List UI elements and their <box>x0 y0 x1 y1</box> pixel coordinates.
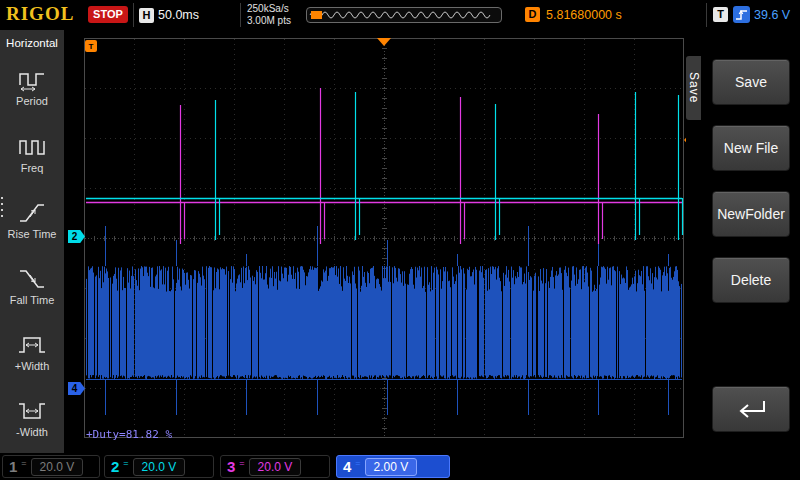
channel-number: 1 <box>9 458 17 475</box>
separator <box>240 3 241 27</box>
menu-item-label: +Width <box>15 360 50 372</box>
return-arrow-icon <box>729 396 773 422</box>
menu-item-label: -Width <box>16 426 48 438</box>
channel-scale: 20.0 V <box>249 458 302 476</box>
menu-item-minus-width[interactable]: -Width <box>0 387 64 449</box>
measure-menu-title: Horizontal <box>0 30 64 49</box>
channel-status-bar: 1 = 20.0 V 2 = 20.0 V 3 = 20.0 V 4 = 2.0… <box>0 453 800 480</box>
freq-icon <box>17 135 47 159</box>
measure-menu: Horizontal Period Freq Rise Time Fall Ti… <box>0 30 64 453</box>
trigger-key[interactable]: T <box>713 7 728 22</box>
delay-key: D <box>525 7 540 22</box>
channel-scale: 20.0 V <box>31 458 84 476</box>
delay-value: 5.81680000 s <box>546 8 622 22</box>
plus-width-icon <box>17 333 47 357</box>
menu-item-label: Freq <box>21 162 44 174</box>
channel-4-status[interactable]: 4 = 2.00 V <box>336 455 450 478</box>
trigger-position-triangle[interactable] <box>377 38 391 46</box>
trigger-slope-icon <box>733 6 750 23</box>
trigger-position-marker[interactable] <box>311 11 322 19</box>
back-button[interactable] <box>712 386 790 432</box>
period-icon <box>17 68 47 92</box>
memory-waveform-icon <box>308 8 500 22</box>
menu-item-label: Period <box>16 95 48 107</box>
memory-position-bar[interactable] <box>306 7 502 23</box>
duty-measurement: +Duty=81.82 % <box>86 428 172 441</box>
coupling-icon: = <box>123 458 128 468</box>
new-file-button[interactable]: New File <box>712 125 790 171</box>
fall-time-icon <box>17 267 47 291</box>
trigger-level-value: 39.6 V <box>754 8 790 22</box>
channel-scale: 20.0 V <box>133 458 186 476</box>
new-folder-button[interactable]: NewFolder <box>712 191 790 237</box>
menu-item-label: Rise Time <box>8 228 57 240</box>
coupling-icon: = <box>239 458 244 468</box>
acquisition-info: 250kSa/s 3.00M pts <box>247 3 291 27</box>
menu-item-freq[interactable]: Freq <box>0 123 64 185</box>
separator <box>706 3 707 27</box>
channel-number: 2 <box>111 458 119 475</box>
timebase-value: 50.0ms <box>158 8 199 22</box>
channel-number: 4 <box>343 458 351 475</box>
horizontal-key[interactable]: H <box>139 8 154 23</box>
separator <box>133 3 134 27</box>
memory-depth: 3.00M pts <box>247 15 291 27</box>
run-state-button[interactable]: STOP <box>88 6 128 23</box>
channel-scale: 2.00 V <box>365 458 418 476</box>
save-button[interactable]: Save <box>712 59 790 105</box>
coupling-icon: = <box>21 458 26 468</box>
coupling-icon: = <box>355 458 360 468</box>
ch4-ground-marker[interactable]: 4 <box>68 382 85 395</box>
rise-time-icon <box>17 201 47 225</box>
menu-item-label: Fall Time <box>10 294 55 306</box>
rigol-logo: RIGOL <box>6 3 74 25</box>
menu-item-rise-time[interactable]: Rise Time <box>0 189 64 251</box>
channel-3-status[interactable]: 3 = 20.0 V <box>220 455 330 478</box>
channel-number: 3 <box>227 458 235 475</box>
minus-width-icon <box>17 399 47 423</box>
ch2-ground-marker[interactable]: 2 <box>68 230 85 243</box>
top-status-bar: RIGOL STOP H 50.0ms 250kSa/s 3.00M pts D… <box>0 0 800 30</box>
save-menu-tab: Save <box>686 56 701 120</box>
trigger-corner-marker: T <box>85 40 97 52</box>
sample-rate: 250kSa/s <box>247 3 291 15</box>
save-menu: Save Save New File NewFolder Delete <box>686 30 800 453</box>
menu-item-period[interactable]: Period <box>0 56 64 118</box>
delete-button[interactable]: Delete <box>712 257 790 303</box>
waveform-display <box>84 38 684 438</box>
menu-item-plus-width[interactable]: +Width <box>0 321 64 383</box>
channel-1-status[interactable]: 1 = 20.0 V <box>2 455 100 478</box>
channel-2-status[interactable]: 2 = 20.0 V <box>104 455 214 478</box>
menu-item-fall-time[interactable]: Fall Time <box>0 255 64 317</box>
